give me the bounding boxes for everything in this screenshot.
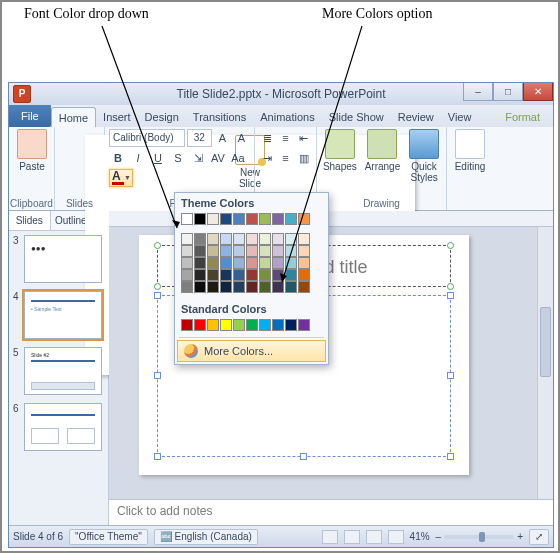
color-swatch[interactable]	[259, 269, 271, 281]
color-swatch[interactable]	[220, 257, 232, 269]
fit-to-window-button[interactable]: ⤢	[529, 529, 549, 545]
color-swatch[interactable]	[272, 269, 284, 281]
bold-button[interactable]: B	[109, 149, 127, 167]
color-swatch[interactable]	[233, 245, 245, 257]
thumbnail[interactable]: 3 ●●●	[13, 235, 104, 283]
color-swatch[interactable]	[233, 319, 245, 331]
color-swatch[interactable]	[298, 233, 310, 245]
color-swatch[interactable]	[194, 257, 206, 269]
color-swatch[interactable]	[259, 233, 271, 245]
color-swatch[interactable]	[220, 269, 232, 281]
color-swatch[interactable]	[272, 257, 284, 269]
color-swatch[interactable]	[233, 213, 245, 225]
color-swatch[interactable]	[259, 245, 271, 257]
editing-button[interactable]: Editing	[451, 129, 489, 195]
color-swatch[interactable]	[207, 245, 219, 257]
paste-button[interactable]: Paste	[13, 129, 51, 195]
zoom-track[interactable]	[444, 535, 514, 539]
zoom-in-button[interactable]: +	[517, 531, 523, 542]
more-colors-option[interactable]: More Colors...	[177, 340, 326, 362]
color-swatch[interactable]	[233, 233, 245, 245]
zoom-slider[interactable]: – +	[436, 531, 523, 542]
font-name-combo[interactable]: Calibri (Body)	[109, 129, 185, 147]
tab-home[interactable]: Home	[51, 107, 96, 127]
zoom-percent[interactable]: 41%	[410, 531, 430, 542]
tab-transitions[interactable]: Transitions	[186, 107, 253, 127]
color-swatch[interactable]	[272, 245, 284, 257]
color-swatch[interactable]	[181, 319, 193, 331]
color-swatch[interactable]	[285, 233, 297, 245]
color-swatch[interactable]	[194, 269, 206, 281]
color-swatch[interactable]	[181, 281, 193, 293]
grow-font-button[interactable]: A	[214, 129, 231, 147]
shrink-font-button[interactable]: A	[233, 129, 250, 147]
font-size-combo[interactable]: 32	[187, 129, 212, 147]
color-swatch[interactable]	[298, 257, 310, 269]
color-swatch[interactable]	[220, 213, 232, 225]
color-swatch[interactable]	[272, 213, 284, 225]
view-reading-button[interactable]	[366, 530, 382, 544]
tab-insert[interactable]: Insert	[96, 107, 138, 127]
color-swatch[interactable]	[220, 319, 232, 331]
quick-styles-button[interactable]: Quick Styles	[406, 129, 442, 195]
color-swatch[interactable]	[207, 233, 219, 245]
strike-button[interactable]: S	[169, 149, 187, 167]
color-swatch[interactable]	[194, 245, 206, 257]
tab-file[interactable]: File	[9, 105, 51, 127]
color-swatch[interactable]	[194, 213, 206, 225]
color-swatch[interactable]	[285, 281, 297, 293]
color-swatch[interactable]	[194, 319, 206, 331]
color-swatch[interactable]	[272, 233, 284, 245]
shadow-button[interactable]: ⇲	[189, 149, 207, 167]
color-swatch[interactable]	[233, 257, 245, 269]
color-swatch[interactable]	[246, 319, 258, 331]
color-swatch[interactable]	[207, 319, 219, 331]
color-swatch[interactable]	[246, 257, 258, 269]
vertical-scrollbar[interactable]	[537, 227, 553, 499]
status-language[interactable]: 🔤 English (Canada)	[154, 529, 258, 545]
color-swatch[interactable]	[298, 245, 310, 257]
notes-pane[interactable]: Click to add notes	[109, 499, 553, 525]
tab-review[interactable]: Review	[391, 107, 441, 127]
color-swatch[interactable]	[259, 319, 271, 331]
view-slideshow-button[interactable]	[388, 530, 404, 544]
color-swatch[interactable]	[246, 245, 258, 257]
arrange-button[interactable]: Arrange	[363, 129, 403, 195]
tab-view[interactable]: View	[441, 107, 479, 127]
color-swatch[interactable]	[259, 257, 271, 269]
tab-format[interactable]: Format	[498, 107, 547, 127]
color-swatch[interactable]	[181, 269, 193, 281]
numbering-button[interactable]: ≡	[277, 129, 293, 147]
color-swatch[interactable]	[181, 213, 193, 225]
color-swatch[interactable]	[259, 213, 271, 225]
scrollbar-thumb[interactable]	[540, 307, 551, 377]
tab-design[interactable]: Design	[138, 107, 186, 127]
tab-animations[interactable]: Animations	[253, 107, 321, 127]
tab-slideshow[interactable]: Slide Show	[322, 107, 391, 127]
align-button[interactable]: ≡	[277, 149, 293, 167]
color-swatch[interactable]	[207, 213, 219, 225]
color-swatch[interactable]	[233, 281, 245, 293]
view-sorter-button[interactable]	[344, 530, 360, 544]
color-swatch[interactable]	[220, 245, 232, 257]
color-swatch[interactable]	[285, 213, 297, 225]
indent-inc-button[interactable]: ⇥	[259, 149, 275, 167]
thumbnail[interactable]: 5 Slide #2	[13, 347, 104, 395]
color-swatch[interactable]	[181, 245, 193, 257]
change-case-button[interactable]: Aa	[229, 149, 247, 167]
italic-button[interactable]: I	[129, 149, 147, 167]
color-swatch[interactable]	[233, 269, 245, 281]
color-swatch[interactable]	[298, 281, 310, 293]
columns-button[interactable]: ▥	[296, 149, 312, 167]
color-swatch[interactable]	[207, 281, 219, 293]
underline-button[interactable]: U	[149, 149, 167, 167]
color-swatch[interactable]	[272, 319, 284, 331]
zoom-out-button[interactable]: –	[436, 531, 442, 542]
color-swatch[interactable]	[220, 233, 232, 245]
color-swatch[interactable]	[246, 233, 258, 245]
color-swatch[interactable]	[285, 269, 297, 281]
color-swatch[interactable]	[246, 281, 258, 293]
color-swatch[interactable]	[272, 281, 284, 293]
color-swatch[interactable]	[220, 281, 232, 293]
status-theme[interactable]: "Office Theme"	[69, 529, 148, 545]
